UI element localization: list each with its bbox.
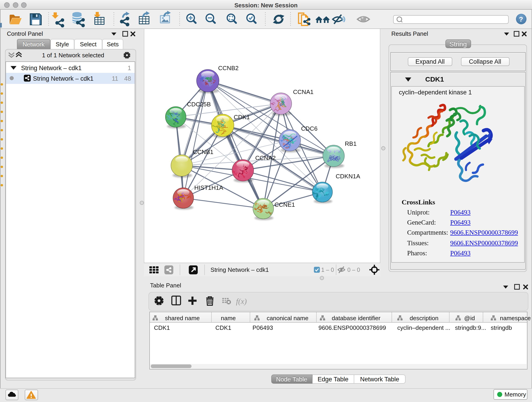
svg-text:CCNB1: CCNB1: [193, 148, 213, 155]
svg-text:CDK1: CDK1: [154, 324, 170, 331]
svg-text:RB1: RB1: [345, 140, 356, 147]
svg-text:description: description: [409, 314, 438, 321]
svg-text:stringdb:9...: stringdb:9...: [455, 324, 486, 331]
svg-text:CDC25B: CDC25B: [187, 101, 211, 108]
svg-text:database identifier: database identifier: [331, 314, 380, 321]
svg-text:0 – 0: 0 – 0: [347, 267, 360, 273]
svg-text:CDKN1A: CDKN1A: [336, 173, 360, 180]
svg-text:name: name: [221, 314, 235, 321]
svg-text:CCNB2: CCNB2: [218, 65, 239, 71]
svg-text:CCNE1: CCNE1: [274, 201, 295, 208]
svg-text:CDK1: CDK1: [234, 114, 250, 121]
svg-text:9606.ENSP00000378699: 9606.ENSP00000378699: [318, 324, 386, 331]
svg-text:stringdb: stringdb: [491, 324, 512, 331]
svg-text:namespace: namespace: [500, 314, 530, 321]
svg-text:canonical name: canonical name: [266, 314, 308, 321]
svg-text:cyclin–dependent ...: cyclin–dependent ...: [397, 324, 450, 331]
svg-text:shared name: shared name: [165, 314, 200, 321]
svg-text:CCNA1: CCNA1: [293, 89, 313, 95]
svg-text:CDC6: CDC6: [301, 125, 317, 132]
svg-text:P06493: P06493: [252, 324, 273, 331]
svg-text:CDK1: CDK1: [215, 324, 231, 331]
svg-text:CCNA2: CCNA2: [255, 154, 276, 161]
svg-text:@id: @id: [464, 314, 475, 321]
svg-text:String Network – cdk1: String Network – cdk1: [210, 266, 269, 273]
svg-text:f(x): f(x): [236, 297, 247, 306]
svg-text:1 – 0: 1 – 0: [321, 267, 334, 273]
svg-text:HIST1H1A: HIST1H1A: [194, 184, 223, 191]
